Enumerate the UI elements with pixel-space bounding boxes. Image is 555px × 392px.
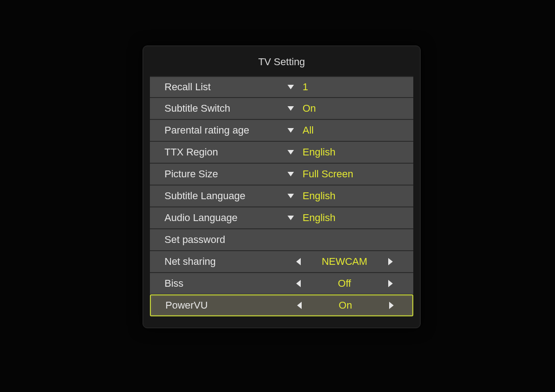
chevron-down-icon (285, 150, 296, 155)
svg-marker-4 (288, 172, 294, 176)
setting-row[interactable]: BissOff (150, 273, 413, 295)
setting-label: PowerVU (165, 299, 286, 311)
setting-value: On (303, 299, 387, 311)
svg-marker-1 (288, 106, 294, 111)
chevron-down-icon (285, 172, 296, 176)
setting-row[interactable]: TTX RegionEnglish (150, 142, 413, 164)
setting-row[interactable]: Subtitle SwitchOn (150, 98, 413, 120)
panel-title: TV Setting (150, 51, 413, 76)
tv-setting-panel: TV Setting Recall List1Subtitle SwitchOn… (143, 46, 421, 328)
setting-row[interactable]: Audio LanguageEnglish (150, 207, 413, 229)
setting-value: 1 (303, 81, 308, 93)
chevron-down-icon (285, 85, 296, 89)
setting-value: All (303, 124, 313, 136)
dropdown-control[interactable]: All (285, 124, 399, 136)
dropdown-control[interactable]: English (285, 146, 399, 158)
setting-row[interactable]: Subtitle LanguageEnglish (150, 186, 413, 207)
chevron-down-icon (285, 106, 296, 111)
arrow-right-icon[interactable] (387, 302, 396, 309)
svg-marker-10 (388, 280, 393, 287)
setting-value: Full Screen (303, 168, 353, 180)
svg-marker-9 (296, 280, 301, 287)
svg-marker-7 (296, 258, 301, 265)
spinner-control[interactable]: Off (285, 278, 399, 289)
arrow-left-icon[interactable] (294, 258, 303, 265)
arrow-left-icon[interactable] (295, 302, 303, 309)
setting-value: On (303, 103, 316, 114)
setting-label: Net sharing (164, 256, 285, 268)
svg-marker-2 (288, 128, 294, 133)
arrow-left-icon[interactable] (294, 280, 303, 287)
setting-value: NEWCAM (303, 256, 386, 268)
svg-marker-5 (288, 194, 294, 198)
setting-row[interactable]: Net sharingNEWCAM (150, 251, 413, 273)
dropdown-control[interactable]: On (285, 103, 399, 114)
setting-label: Audio Language (164, 212, 285, 224)
spinner-control[interactable]: On (286, 299, 398, 311)
arrow-right-icon[interactable] (386, 280, 395, 287)
chevron-down-icon (285, 216, 296, 220)
svg-marker-3 (288, 150, 294, 155)
setting-row[interactable]: Picture SizeFull Screen (150, 164, 413, 186)
dropdown-control[interactable]: 1 (285, 81, 399, 93)
setting-label: Parental rating age (164, 124, 285, 136)
svg-marker-8 (388, 258, 393, 265)
setting-value: English (303, 212, 335, 224)
dropdown-control[interactable]: Full Screen (285, 168, 399, 180)
setting-value: Off (303, 278, 386, 289)
setting-label: Subtitle Language (164, 190, 285, 202)
setting-row[interactable]: PowerVUOn (150, 294, 413, 316)
setting-label: Subtitle Switch (164, 103, 285, 114)
svg-marker-0 (288, 85, 294, 89)
setting-label: Set password (164, 234, 285, 246)
dropdown-control[interactable]: English (285, 190, 399, 202)
spinner-control[interactable]: NEWCAM (285, 256, 399, 268)
settings-list: Recall List1Subtitle SwitchOnParental ra… (150, 76, 413, 316)
svg-marker-6 (288, 216, 294, 220)
setting-label: Picture Size (164, 168, 285, 180)
setting-row[interactable]: Recall List1 (150, 76, 413, 98)
svg-marker-11 (297, 302, 302, 309)
chevron-down-icon (285, 128, 296, 133)
arrow-right-icon[interactable] (386, 258, 395, 265)
setting-value: English (303, 190, 335, 202)
setting-label: Biss (164, 278, 285, 289)
setting-row[interactable]: Set password (150, 229, 413, 251)
setting-label: TTX Region (164, 146, 285, 158)
setting-value: English (303, 146, 335, 158)
setting-row[interactable]: Parental rating ageAll (150, 120, 413, 142)
chevron-down-icon (285, 194, 296, 198)
svg-marker-12 (389, 302, 394, 309)
dropdown-control[interactable]: English (285, 212, 399, 224)
setting-label: Recall List (164, 81, 285, 93)
